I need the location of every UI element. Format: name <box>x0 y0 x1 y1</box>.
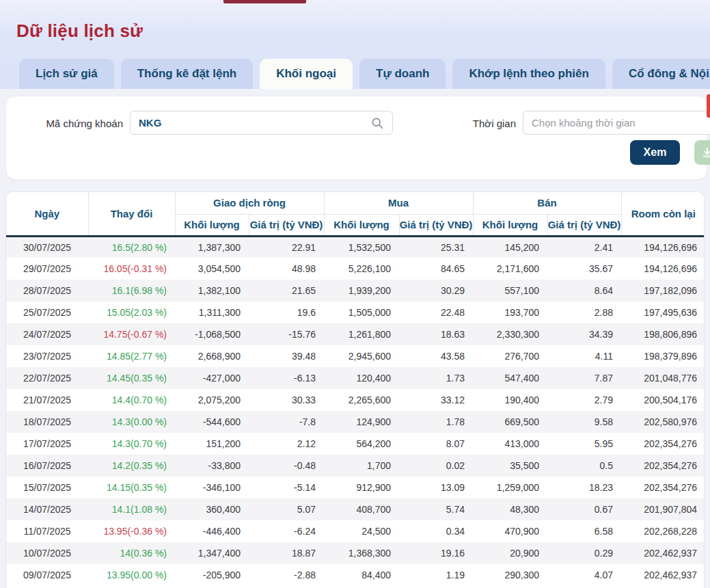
cell-net-volume: 1,311,300 <box>175 302 249 323</box>
cell-change: 14(0.36 %) <box>88 542 175 564</box>
col-header-change[interactable]: Thay đổi <box>88 192 175 236</box>
table-row[interactable]: 14/07/202514.1(1.08 %)360,4005.07408,700… <box>6 498 705 520</box>
cell-sell-volume: 276,700 <box>473 345 547 367</box>
table-row[interactable]: 24/07/202514.75(-0.67 %)-1,068,500-15.76… <box>6 323 705 345</box>
cell-date: 09/07/2025 <box>6 564 88 586</box>
cell-date: 28/07/2025 <box>6 280 88 302</box>
table-row[interactable]: 22/07/202514.45(0.35 %)-427,000-6.13120,… <box>6 367 705 389</box>
tab-bar: Lịch sử giáThống kê đặt lệnhKhối ngoạiTự… <box>0 59 710 89</box>
cell-buy-value: 1.19 <box>399 564 473 586</box>
col-header-sell-value[interactable]: Giá trị (tỷ VNĐ) <box>547 214 621 236</box>
cell-buy-volume: 84,400 <box>324 564 399 586</box>
col-header-date[interactable]: Ngày <box>6 192 88 236</box>
cell-net-value: 21.65 <box>249 280 324 302</box>
download-icon <box>701 146 710 159</box>
cell-sell-volume: 547,400 <box>473 367 547 389</box>
cell-room: 194,126,696 <box>621 258 705 280</box>
cell-buy-value: 19.16 <box>399 542 473 564</box>
cell-net-value: -6.13 <box>249 367 324 389</box>
tab-lich-su-gia[interactable]: Lịch sử giá <box>19 59 114 89</box>
cell-room: 202,462,937 <box>621 564 705 586</box>
cell-net-volume: -33,800 <box>175 455 249 477</box>
cell-room: 197,495,636 <box>621 302 705 323</box>
cell-net-value: 48.98 <box>249 258 324 280</box>
cell-sell-volume: 669,500 <box>473 411 547 433</box>
cell-buy-volume: 564,200 <box>324 433 399 455</box>
cell-room: 198,379,896 <box>621 345 705 367</box>
col-header-buy-volume[interactable]: Khối lượng <box>324 214 399 236</box>
cell-change: 14.3(0.70 %) <box>88 433 175 455</box>
cell-change: 13.95(-0.36 %) <box>88 520 175 542</box>
cell-net-value: 30.33 <box>249 389 324 411</box>
col-header-room[interactable]: Room còn lại <box>621 192 705 236</box>
cell-net-value: 18.87 <box>249 542 324 564</box>
cell-date: 24/07/2025 <box>6 323 88 345</box>
cell-date: 16/07/2025 <box>6 455 88 477</box>
cell-sell-value: 2.41 <box>547 236 621 258</box>
symbol-input[interactable]: NKG <box>130 111 393 135</box>
col-header-sell-volume[interactable]: Khối lượng <box>473 214 547 236</box>
col-header-net-volume[interactable]: Khối lượng <box>175 214 249 236</box>
cell-net-volume: 2,668,900 <box>175 345 249 367</box>
cell-sell-volume: 413,000 <box>473 433 547 455</box>
cell-sell-value: 18.23 <box>547 477 621 498</box>
download-button[interactable] <box>694 140 710 165</box>
cell-sell-volume: 2,171,600 <box>473 258 547 280</box>
cell-net-volume: 1,387,300 <box>175 236 249 258</box>
cell-net-volume: 1,347,400 <box>175 542 249 564</box>
col-header-net-value[interactable]: Giá trị (tỷ VNĐ) <box>249 214 324 236</box>
cell-date: 25/07/2025 <box>6 302 88 323</box>
cell-sell-volume: 557,100 <box>473 280 547 302</box>
tab-co-dong-noi-bo[interactable]: Cổ đông & Nội bộ <box>612 59 710 89</box>
table-row[interactable]: 30/07/202516.5(2.80 %)1,387,30022.911,53… <box>6 236 705 258</box>
cell-net-value: 5.07 <box>249 498 324 520</box>
cell-sell-volume: 35,500 <box>473 455 547 477</box>
cell-change: 14.15(0.35 %) <box>88 477 175 498</box>
table-row[interactable]: 10/07/202514(0.36 %)1,347,40018.871,368,… <box>6 542 705 564</box>
table-row[interactable]: 11/07/202513.95(-0.36 %)-446,400-6.2424,… <box>6 520 705 542</box>
symbol-label: Mã chứng khoán <box>42 118 123 129</box>
cell-sell-value: 35.67 <box>547 258 621 280</box>
cell-buy-volume: 1,368,300 <box>324 542 399 564</box>
cell-net-volume: -446,400 <box>175 520 249 542</box>
cell-sell-volume: 20,900 <box>473 542 547 564</box>
tab-khoi-ngoai[interactable]: Khối ngoại <box>260 59 353 89</box>
cell-net-volume: -427,000 <box>175 367 249 389</box>
cell-sell-value: 6.58 <box>547 520 621 542</box>
table-row[interactable]: 25/07/202515.05(2.03 %)1,311,30019.61,50… <box>6 302 705 323</box>
table-row[interactable]: 15/07/202514.15(0.35 %)-346,100-5.14912,… <box>6 477 705 498</box>
table-row[interactable]: 18/07/202514.3(0.00 %)-544,600-7.8124,90… <box>6 411 705 433</box>
cell-net-volume: 2,075,200 <box>175 389 249 411</box>
col-header-buy-value[interactable]: Giá trị (tỷ VNĐ) <box>399 214 473 236</box>
cell-sell-volume: 48,300 <box>473 498 547 520</box>
cell-room: 198,806,896 <box>621 323 705 345</box>
active-nav-underline <box>223 0 306 3</box>
cell-sell-value: 9.58 <box>547 411 621 433</box>
cell-date: 18/07/2025 <box>6 411 88 433</box>
cell-net-value: -6.24 <box>249 520 324 542</box>
table-row[interactable]: 29/07/202516.05(-0.31 %)3,054,50048.985,… <box>6 258 705 280</box>
table-row[interactable]: 21/07/202514.4(0.70 %)2,075,20030.332,26… <box>6 389 705 411</box>
cell-net-value: -2.88 <box>249 564 324 586</box>
cell-date: 29/07/2025 <box>6 258 88 280</box>
search-icon[interactable] <box>370 116 384 130</box>
cell-change: 16.05(-0.31 %) <box>88 258 175 280</box>
view-button[interactable]: Xem <box>630 140 680 165</box>
tab-tu-doanh[interactable]: Tự doanh <box>359 59 446 89</box>
cell-net-value: -7.8 <box>249 411 324 433</box>
cell-room: 201,048,776 <box>621 367 705 389</box>
table-row[interactable]: 23/07/202514.85(2.77 %)2,668,90039.482,9… <box>6 345 705 367</box>
tab-thong-ke-dat-lenh[interactable]: Thống kê đặt lệnh <box>121 59 253 89</box>
tab-khop-lenh-theo-phien[interactable]: Khớp lệnh theo phiên <box>452 59 605 89</box>
table-row[interactable]: 17/07/202514.3(0.70 %)151,2002.12564,200… <box>6 433 705 455</box>
data-table-card: Ngày Thay đổi Giao dịch ròng Mua Bán Roo… <box>5 191 705 588</box>
cell-sell-value: 0.29 <box>547 542 621 564</box>
date-range-input[interactable]: Chọn khoảng thời gian <box>523 111 710 135</box>
table-row[interactable]: 09/07/202513.95(0.00 %)-205,900-2.8884,4… <box>6 564 705 586</box>
table-row[interactable]: 28/07/202516.1(6.98 %)1,382,10021.651,93… <box>6 280 705 302</box>
table-row[interactable]: 16/07/202514.2(0.35 %)-33,800-0.481,7000… <box>6 455 705 477</box>
cell-net-volume: 3,054,500 <box>175 258 249 280</box>
cell-sell-value: 4.07 <box>547 564 621 586</box>
edge-floating-widget[interactable] <box>707 94 710 118</box>
cell-buy-volume: 1,700 <box>324 455 399 477</box>
